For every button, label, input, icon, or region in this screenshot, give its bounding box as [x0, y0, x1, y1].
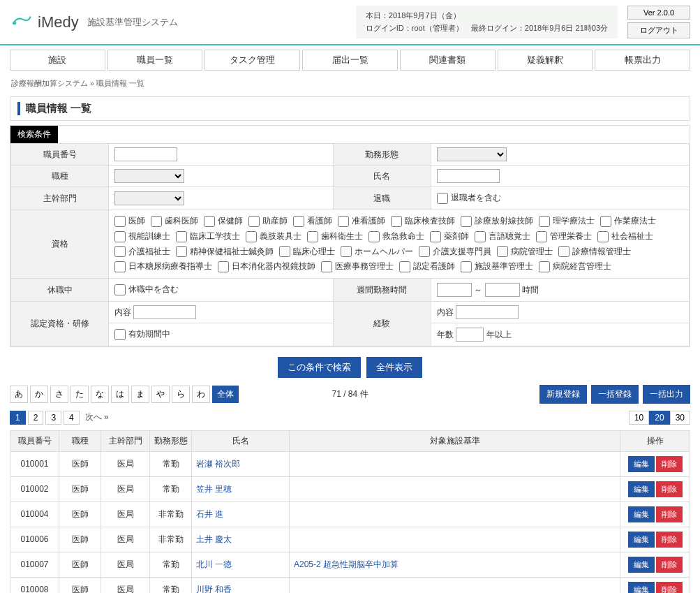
staff-name-link[interactable]: 笠井 里穂 [196, 484, 232, 494]
qual-checkbox-8[interactable] [539, 216, 550, 227]
search-button[interactable]: この条件で検索 [278, 357, 361, 378]
show-all-button[interactable]: 全件表示 [366, 357, 422, 378]
delete-button[interactable]: 削除 [656, 557, 683, 573]
qual-checkbox-31[interactable] [539, 261, 550, 272]
nav-item-3[interactable]: 届出一覧 [302, 50, 398, 71]
qual-checkbox-20[interactable] [176, 246, 187, 257]
next-page-link[interactable]: 次へ » [85, 411, 109, 423]
hours-to-input[interactable] [485, 283, 520, 297]
kana-filter-ら[interactable]: ら [172, 386, 190, 403]
staff-name-link[interactable]: 北川 一徳 [196, 559, 232, 569]
edit-button[interactable]: 編集 [628, 557, 655, 573]
bulk-export-button[interactable]: 一括出力 [643, 385, 690, 404]
qual-checkbox-12[interactable] [246, 231, 257, 242]
kana-filter-た[interactable]: た [70, 386, 89, 403]
qual-checkbox-1[interactable] [151, 216, 162, 227]
nav-item-4[interactable]: 関連書類 [400, 50, 496, 71]
name-input[interactable] [437, 169, 500, 183]
kana-filter-な[interactable]: な [91, 386, 109, 403]
staff-name-link[interactable]: 石井 進 [196, 509, 223, 519]
qual-checkbox-26[interactable] [114, 261, 126, 272]
pagesize-10[interactable]: 10 [629, 411, 649, 425]
bulk-register-button[interactable]: 一括登録 [591, 385, 639, 404]
page-title: 職員情報 一覧 [17, 102, 683, 115]
qual-checkbox-15[interactable] [430, 231, 441, 242]
nav-item-2[interactable]: タスク管理 [204, 50, 300, 71]
target-link[interactable]: A205-2 超急性期脳卒中加算 [294, 559, 399, 569]
staff-name-link[interactable]: 岩瀬 裕次郎 [196, 459, 240, 469]
exp-content-input[interactable] [456, 305, 519, 319]
qual-checkbox-24[interactable] [497, 246, 508, 257]
worktype-select[interactable] [437, 147, 507, 161]
qual-checkbox-29[interactable] [399, 261, 410, 272]
qual-checkbox-22[interactable] [341, 246, 352, 257]
logout-button[interactable]: ログアウト [627, 22, 690, 38]
kana-filter-ま[interactable]: ま [131, 386, 149, 403]
qual-checkbox-25[interactable] [558, 246, 569, 257]
qual-checkbox-5[interactable] [338, 216, 349, 227]
jobtype-select[interactable] [114, 169, 184, 183]
retired-checkbox[interactable] [437, 193, 448, 204]
edit-button[interactable]: 編集 [628, 582, 655, 593]
qual-checkbox-7[interactable] [461, 216, 472, 227]
delete-button[interactable]: 削除 [656, 456, 683, 472]
qual-checkbox-10[interactable] [114, 231, 126, 242]
new-register-button[interactable]: 新規登録 [539, 385, 587, 404]
qual-checkbox-9[interactable] [600, 216, 611, 227]
kana-filter-は[interactable]: は [111, 386, 129, 403]
delete-button[interactable]: 削除 [656, 582, 683, 593]
dept-select[interactable] [114, 191, 184, 205]
kana-filter-わ[interactable]: わ [192, 386, 210, 403]
delete-button[interactable]: 削除 [656, 506, 683, 522]
qual-checkbox-28[interactable] [321, 261, 332, 272]
page-4[interactable]: 4 [64, 411, 80, 425]
kana-filter-全体[interactable]: 全体 [212, 386, 239, 403]
col-header: 職種 [59, 430, 101, 451]
page-3[interactable]: 3 [45, 411, 61, 425]
qual-checkbox-4[interactable] [293, 216, 304, 227]
qual-checkbox-18[interactable] [597, 231, 609, 242]
qual-checkbox-13[interactable] [307, 231, 318, 242]
staff-name-link[interactable]: 川野 和香 [196, 585, 232, 593]
qual-checkbox-3[interactable] [248, 216, 260, 227]
qual-checkbox-16[interactable] [475, 231, 486, 242]
delete-button[interactable]: 削除 [656, 481, 683, 497]
breadcrumb-root[interactable]: 診療報酬加算システム [11, 79, 88, 87]
kana-filter-か[interactable]: か [30, 386, 48, 403]
nav-item-0[interactable]: 施設 [10, 50, 105, 71]
nav-item-5[interactable]: 疑義解釈 [498, 50, 593, 71]
page-2[interactable]: 2 [28, 411, 44, 425]
qual-checkbox-14[interactable] [368, 231, 380, 242]
staff-name-link[interactable]: 土井 慶太 [196, 534, 232, 544]
delete-button[interactable]: 削除 [656, 532, 683, 548]
qual-checkbox-30[interactable] [461, 261, 472, 272]
kana-filter-あ[interactable]: あ [10, 386, 28, 403]
staff-id-input[interactable] [114, 147, 177, 161]
years-input[interactable] [456, 328, 484, 342]
qual-checkbox-23[interactable] [419, 246, 430, 257]
pagesize-20[interactable]: 20 [649, 411, 669, 425]
edit-button[interactable]: 編集 [628, 532, 655, 548]
kana-filter-や[interactable]: や [151, 386, 170, 403]
qual-checkbox-17[interactable] [536, 231, 547, 242]
qual-checkbox-6[interactable] [391, 216, 402, 227]
nav-item-1[interactable]: 職員一覧 [107, 50, 203, 71]
edit-button[interactable]: 編集 [628, 481, 655, 497]
qual-checkbox-2[interactable] [204, 216, 215, 227]
qual-checkbox-19[interactable] [114, 246, 126, 257]
cert-content-input[interactable] [133, 305, 196, 319]
page-1[interactable]: 1 [10, 411, 26, 425]
pagesize-30[interactable]: 30 [670, 411, 690, 425]
qual-checkbox-0[interactable] [114, 216, 126, 227]
leave-checkbox[interactable] [114, 284, 126, 295]
hours-from-input[interactable] [437, 283, 472, 297]
edit-button[interactable]: 編集 [628, 456, 655, 472]
version-button[interactable]: Ver 2.0.0 [627, 6, 690, 20]
valid-checkbox[interactable] [114, 329, 126, 340]
qual-checkbox-27[interactable] [218, 261, 229, 272]
nav-item-6[interactable]: 帳票出力 [595, 50, 690, 71]
edit-button[interactable]: 編集 [628, 506, 655, 522]
qual-checkbox-21[interactable] [279, 246, 290, 257]
qual-checkbox-11[interactable] [176, 231, 187, 242]
kana-filter-さ[interactable]: さ [50, 386, 68, 403]
